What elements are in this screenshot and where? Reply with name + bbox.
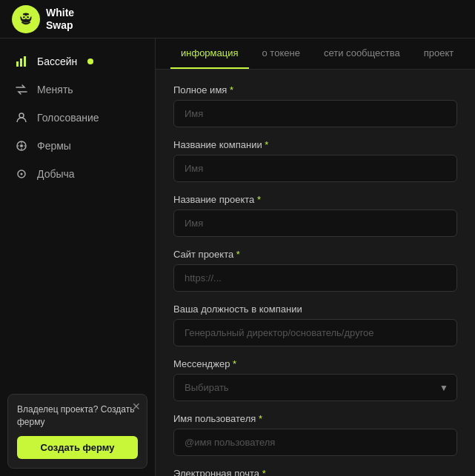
input-full-name[interactable] [173,100,457,127]
voting-icon [15,111,28,124]
tab-about[interactable]: о токене [252,38,310,69]
mining-icon [15,167,28,181]
label-email: Электронная почта * [173,468,457,476]
sidebar: Бассейн Менять Голосование [0,38,156,476]
field-company-name: Название компании * [173,139,457,182]
sidebar-item-pools[interactable]: Бассейн [0,47,155,76]
svg-point-11 [19,113,24,118]
svg-rect-10 [24,56,26,67]
label-project-name: Название проекта * [173,194,457,205]
svg-rect-8 [16,61,19,67]
sidebar-popup: ✕ Владелец проекта? Создать ферму Создат… [7,394,147,469]
label-company-name: Название компании * [173,139,457,150]
field-email: Электронная почта * [173,468,457,476]
sidebar-item-mining-label: Добыча [37,168,75,180]
sidebar-item-mining[interactable]: Добыча [0,160,155,188]
popup-close-button[interactable]: ✕ [132,400,141,412]
field-project-site: Сайт проекта * [173,249,457,292]
tab-community[interactable]: сети сообщества [313,38,411,69]
input-company-name[interactable] [173,155,457,182]
logo-text: White Swap [46,7,74,32]
tab-info[interactable]: информация [170,38,249,69]
field-full-name: Полное имя * [173,84,457,127]
input-project-site[interactable] [173,264,457,292]
messenger-select-wrapper: Выбирать Telegram WhatsApp Discord Twitt… [173,374,457,401]
svg-rect-9 [20,58,22,67]
header: White Swap [0,0,475,38]
form-container: Полное имя * Название компании * Названи… [156,70,475,476]
svg-point-15 [21,173,23,175]
label-messenger: Мессенджер * [173,358,457,369]
create-farm-button[interactable]: Создать ферму [17,436,138,459]
input-position[interactable] [173,319,457,346]
main-content: информация о токене сети сообщества прое… [156,38,475,476]
sidebar-item-pools-label: Бассейн [37,56,77,67]
sidebar-item-swap-label: Менять [37,84,73,95]
sidebar-item-farms-label: Фермы [37,140,71,152]
label-full-name: Полное имя * [173,84,457,95]
tabs: информация о токене сети сообщества прое… [156,38,475,70]
field-messenger: Мессенджер * Выбирать Telegram WhatsApp … [173,358,457,401]
svg-point-13 [20,144,23,147]
input-username[interactable] [173,429,457,456]
sidebar-item-voting[interactable]: Голосование [0,104,155,132]
pools-badge [87,58,93,64]
tab-project[interactable]: проект [413,38,465,69]
label-username: Имя пользователя * [173,413,457,424]
popup-text: Владелец проекта? Создать ферму [17,403,138,429]
select-messenger[interactable]: Выбирать Telegram WhatsApp Discord Twitt… [173,374,457,401]
logo-icon [12,5,40,33]
farms-icon [15,139,28,152]
field-project-name: Название проекта * [173,194,457,237]
sidebar-item-voting-label: Голосование [37,112,99,124]
bar-chart-icon [15,55,28,68]
field-username: Имя пользователя * [173,413,457,456]
sidebar-item-farms[interactable]: Фермы [0,132,155,160]
swap-icon [15,83,28,96]
sidebar-item-swap[interactable]: Менять [0,76,155,104]
field-position: Ваша должность в компании [173,304,457,346]
label-project-site: Сайт проекта * [173,249,457,260]
label-position: Ваша должность в компании [173,304,457,315]
input-project-name[interactable] [173,209,457,237]
